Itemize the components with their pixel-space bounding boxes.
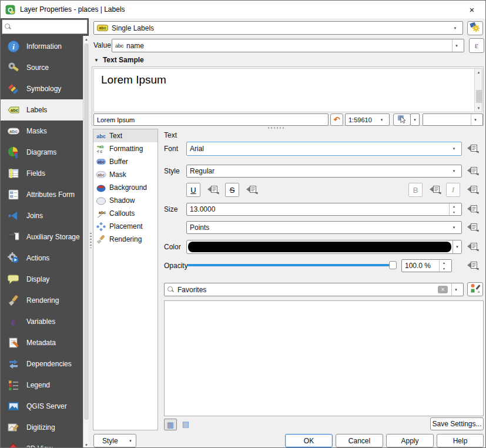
sidebar-item-qgis-server[interactable]: QGIS Server [1, 396, 83, 417]
data-defined-override-underline[interactable] [205, 184, 221, 196]
style-menu-button[interactable]: Style ▼ [93, 434, 136, 447]
italic-button[interactable]: I [446, 183, 460, 197]
data-defined-override-units[interactable] [465, 222, 481, 234]
sidebar-item-fields[interactable]: Fields [1, 163, 83, 184]
map-canvas-scale-button[interactable] [393, 113, 411, 126]
tab-shadow[interactable]: Shadow [93, 194, 157, 207]
opacity-slider[interactable] [187, 260, 397, 270]
tab-placement[interactable]: Placement [93, 220, 157, 233]
chevron-down-icon[interactable]: ▼ [452, 39, 461, 52]
ok-button[interactable]: OK [285, 434, 333, 447]
scroll-up-icon[interactable]: ▲ [83, 36, 89, 43]
sidebar-item-information[interactable]: i Information [1, 36, 83, 57]
clear-filter-icon[interactable]: × [438, 286, 448, 293]
sidebar-item-joins[interactable]: Joins [1, 205, 83, 226]
close-icon[interactable]: × [458, 1, 485, 18]
opacity-slider-handle[interactable] [389, 261, 397, 269]
sidebar-item-digitizing[interactable]: Digitizing [1, 417, 83, 438]
chevron-down-icon[interactable]: ▼ [411, 114, 419, 125]
preview-scale-combo[interactable]: 1:59610 ▼ [345, 113, 390, 126]
sidebar-scrollbar-thumb[interactable] [84, 44, 89, 420]
chevron-down-icon[interactable]: ▼ [450, 142, 458, 155]
sidebar-item-metadata[interactable]: Metadata [1, 332, 83, 353]
sidebar-item-display[interactable]: Display [1, 269, 83, 290]
opacity-slider-track[interactable] [187, 264, 397, 266]
labeling-mode-combo[interactable]: abc Single Labels ▼ [93, 21, 463, 35]
chevron-down-icon[interactable]: ▼ [471, 114, 480, 125]
tab-background[interactable]: Background [93, 181, 157, 194]
sample-text-input[interactable] [93, 113, 329, 126]
favorites-filter-combo[interactable]: Favorites × ▼ [164, 283, 464, 296]
splitter-handle[interactable] [268, 127, 286, 129]
chevron-down-icon[interactable]: ▼ [377, 114, 386, 125]
sidebar-scrollbar[interactable]: ▲ ▼ [83, 36, 89, 448]
tab-formatting[interactable]: +ab< c Formatting [93, 142, 157, 155]
sidebar-item-diagrams[interactable]: Diagrams [1, 142, 83, 163]
auto-placement-settings-button[interactable] [467, 21, 483, 35]
sidebar-item-auxiliary-storage[interactable]: Auxiliary Storage [1, 226, 83, 248]
help-button[interactable]: Help [437, 434, 484, 447]
sidebar-item-variables[interactable]: ε Variables [1, 311, 83, 332]
data-defined-override-style[interactable] [465, 165, 481, 178]
chevron-down-icon[interactable]: ▼ [451, 283, 460, 296]
spin-down-icon[interactable]: ▼ [450, 209, 458, 215]
opacity-spinbox[interactable]: 100.0 % ▲ ▼ [401, 259, 452, 272]
tab-buffer[interactable]: abc Buffer [93, 155, 157, 168]
tab-callouts[interactable]: abc Callouts [93, 207, 157, 220]
scroll-up-icon[interactable]: ▲ [475, 69, 482, 76]
sidebar-item-masks[interactable]: abc Masks [1, 121, 83, 142]
sidebar-item-attributes-form[interactable]: Attributes Form [1, 184, 83, 205]
tab-rendering[interactable]: Rendering [93, 233, 157, 246]
sidebar-item-3d-view[interactable]: 3D View [1, 438, 83, 448]
save-settings-button[interactable]: Save Settings... [430, 417, 484, 430]
text-format-presets-panel[interactable] [164, 300, 484, 416]
sidebar-item-dependencies[interactable]: Dependencies [1, 353, 83, 375]
data-defined-override-font[interactable] [465, 143, 481, 155]
font-color-button[interactable]: ▼ [186, 240, 462, 254]
spin-up-icon[interactable]: ▲ [450, 203, 458, 209]
sidebar-item-rendering[interactable]: Rendering [1, 290, 83, 311]
strikethrough-button[interactable]: S [225, 183, 239, 197]
size-spinbox[interactable]: 13.0000 ▲ ▼ [186, 203, 462, 216]
apply-button[interactable]: Apply [386, 434, 434, 447]
sidebar-item-legend[interactable]: Legend [1, 375, 83, 396]
text-sample-header[interactable]: ▼ Text Sample [94, 56, 144, 64]
color-dropdown[interactable]: ▼ [453, 240, 461, 253]
scroll-down-icon[interactable]: ▼ [83, 442, 89, 448]
chevron-down-icon[interactable]: ▼ [450, 222, 458, 233]
bold-button[interactable]: B [408, 183, 423, 197]
data-defined-override-strikethrough[interactable] [244, 184, 260, 196]
cancel-button[interactable]: Cancel [336, 434, 383, 447]
splitter-handle[interactable] [90, 233, 92, 248]
scroll-down-icon[interactable]: ▼ [475, 105, 482, 112]
data-defined-override-italic[interactable] [465, 184, 481, 196]
spin-up-icon[interactable]: ▲ [440, 260, 448, 266]
value-field-combo[interactable]: abc name ▼ [112, 39, 464, 52]
spin-down-icon[interactable]: ▼ [440, 266, 448, 272]
sidebar-item-symbology[interactable]: Symbology [1, 78, 83, 99]
list-view-button[interactable]: ▤ [179, 419, 192, 430]
preview-scrollbar[interactable]: ▲ ▼ [474, 69, 482, 112]
icon-view-button[interactable]: ▦ [164, 419, 177, 430]
data-defined-override-color[interactable] [465, 241, 481, 253]
chevron-down-icon[interactable]: ▼ [450, 165, 458, 177]
chevron-down-icon[interactable]: ▼ [451, 22, 460, 34]
data-defined-override-opacity[interactable] [465, 260, 481, 272]
style-manager-button[interactable]: a [467, 282, 483, 296]
sidebar-item-labels[interactable]: abc Labels [1, 99, 83, 121]
sidebar-search[interactable] [2, 19, 88, 34]
map-scale-dropdown[interactable]: ▼ [410, 113, 420, 126]
sidebar-item-source[interactable]: Source [1, 57, 83, 78]
reset-sample-button[interactable]: ↶ [330, 113, 343, 126]
tab-mask[interactable]: abc Mask [93, 168, 157, 181]
underline-button[interactable]: U [186, 183, 200, 197]
tab-text[interactable]: abc Text [93, 129, 157, 142]
font-combo[interactable]: Arial ▼ [186, 142, 462, 156]
data-defined-override-bold[interactable] [427, 184, 443, 196]
expression-builder-button[interactable]: ε [469, 38, 484, 53]
size-units-combo[interactable]: Points ▼ [186, 221, 462, 234]
title-bar[interactable]: Q Layer Properties - places | Labels × [1, 1, 485, 18]
font-style-combo[interactable]: Regular ▼ [186, 165, 462, 178]
data-defined-override-size[interactable] [465, 203, 481, 216]
opacity-spin-arrows[interactable]: ▲ ▼ [439, 260, 448, 272]
